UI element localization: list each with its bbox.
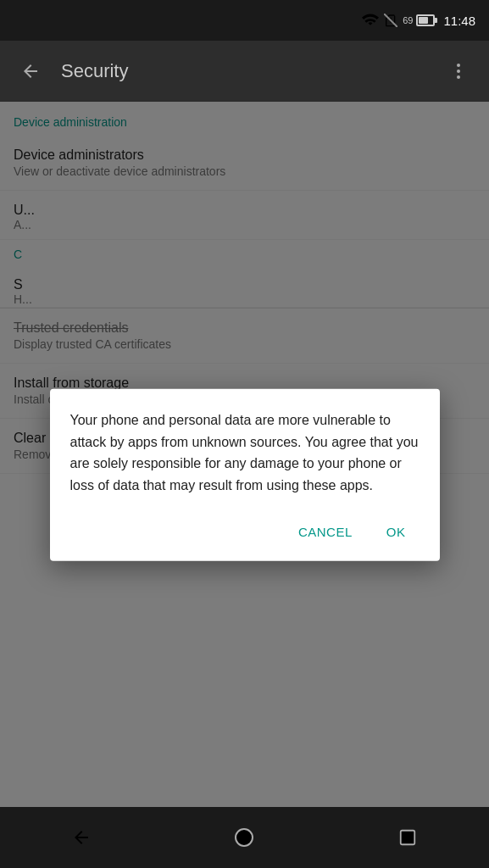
no-sim-icon [384, 14, 397, 27]
nav-back-button[interactable] [60, 816, 103, 859]
battery-icon [416, 14, 435, 26]
dialog-actions: CANCEL OK [70, 516, 420, 548]
more-dot-1 [457, 64, 460, 67]
nav-bar [0, 807, 489, 868]
app-bar: Security [0, 41, 489, 102]
status-time: 11:48 [443, 14, 475, 28]
dialog: Your phone and personal data are more vu… [50, 389, 440, 561]
more-dot-2 [457, 70, 460, 73]
page-title: Security [61, 60, 442, 82]
battery-indicator: 69 [403, 14, 435, 26]
nav-recents-button[interactable] [386, 816, 429, 859]
cancel-button[interactable]: CANCEL [285, 516, 366, 548]
status-icons: 69 11:48 [362, 14, 475, 28]
wifi-icon [362, 14, 379, 27]
ok-button[interactable]: OK [373, 516, 420, 548]
more-dot-3 [457, 75, 460, 79]
back-button[interactable] [14, 54, 47, 88]
nav-home-button[interactable] [223, 816, 265, 859]
svg-point-1 [236, 829, 253, 846]
svg-rect-2 [401, 831, 415, 845]
settings-content: Device administration Device administrat… [0, 102, 489, 807]
dialog-message: Your phone and personal data are more vu… [70, 409, 420, 496]
more-options-button[interactable] [442, 54, 475, 88]
status-bar: 69 11:48 [0, 0, 489, 41]
